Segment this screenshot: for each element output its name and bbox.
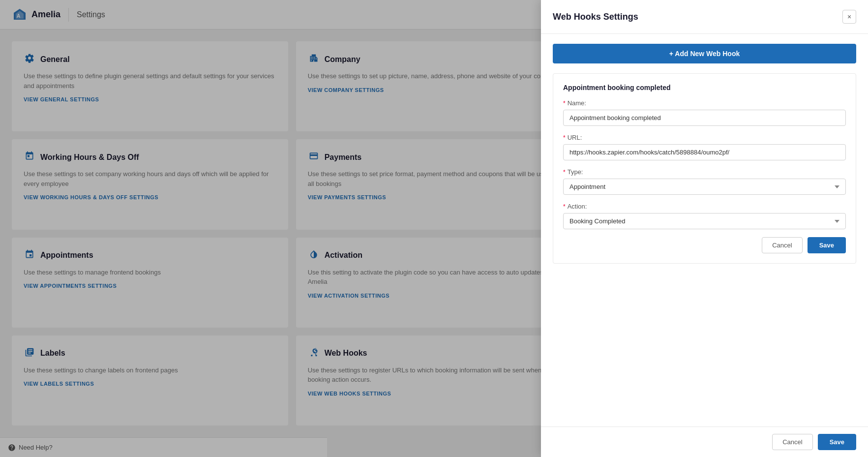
webhook-form-section: Appointment booking completed * Name: * … — [553, 73, 856, 264]
footer-cancel-button[interactable]: Cancel — [772, 434, 812, 450]
panel-title: Web Hooks Settings — [553, 12, 638, 22]
panel-header: Web Hooks Settings × — [541, 0, 868, 34]
url-label: * URL: — [563, 134, 846, 141]
action-required-star: * — [563, 203, 566, 210]
panel-body: + Add New Web Hook Appointment booking c… — [541, 34, 868, 427]
panel-close-button[interactable]: × — [842, 10, 856, 24]
action-select[interactable]: Booking Completed Booking Approved Booki… — [563, 213, 846, 229]
action-form-group: * Action: Booking Completed Booking Appr… — [563, 203, 846, 229]
name-input[interactable] — [563, 110, 846, 126]
type-form-group: * Type: Appointment Event — [563, 168, 846, 195]
name-label: * Name: — [563, 99, 846, 107]
footer-save-button[interactable]: Save — [818, 434, 856, 450]
url-form-group: * URL: — [563, 134, 846, 160]
panel-footer: Cancel Save — [541, 427, 868, 457]
type-select[interactable]: Appointment Event — [563, 179, 846, 195]
name-required-star: * — [563, 100, 566, 107]
type-required-star: * — [563, 169, 566, 176]
name-form-group: * Name: — [563, 99, 846, 126]
url-required-star: * — [563, 134, 566, 141]
inline-form-actions: Cancel Save — [563, 237, 846, 253]
type-label: * Type: — [563, 168, 846, 176]
inline-cancel-button[interactable]: Cancel — [762, 237, 802, 253]
inline-save-button[interactable]: Save — [808, 237, 846, 253]
add-new-webhook-button[interactable]: + Add New Web Hook — [553, 44, 856, 63]
form-section-title: Appointment booking completed — [563, 84, 846, 91]
action-label: * Action: — [563, 203, 846, 210]
url-input[interactable] — [563, 144, 846, 160]
side-panel: Web Hooks Settings × + Add New Web Hook … — [541, 0, 868, 457]
